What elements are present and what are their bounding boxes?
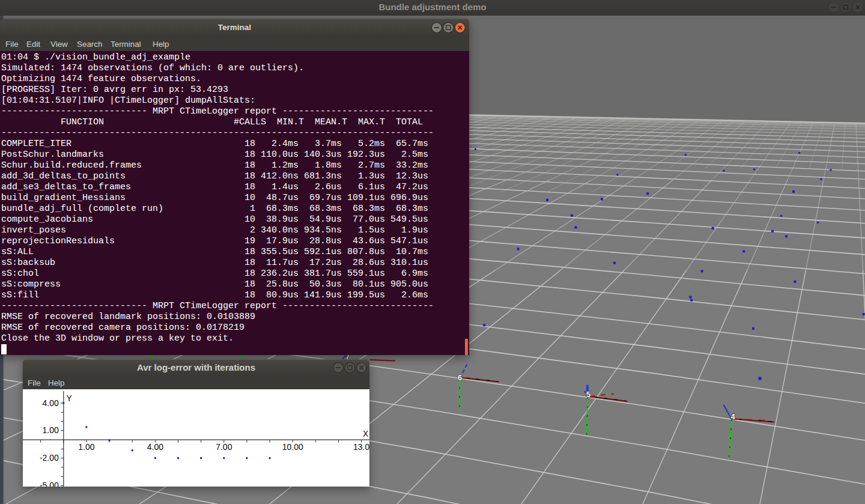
svg-text:Y: Y (67, 393, 73, 403)
svg-text:6: 6 (458, 373, 462, 382)
svg-text:4: 4 (731, 412, 736, 421)
svg-text:X: X (363, 429, 369, 439)
svg-text:5: 5 (586, 390, 590, 399)
svg-text:-2.00: -2.00 (40, 453, 59, 463)
svg-text:7.00: 7.00 (216, 442, 232, 452)
svg-text:10.00: 10.00 (282, 442, 303, 452)
svg-text:13.0: 13.0 (353, 442, 369, 452)
svg-text:1.00: 1.00 (43, 425, 59, 435)
svg-text:-5.00: -5.00 (40, 481, 59, 487)
svg-text:1.00: 1.00 (78, 442, 94, 452)
svg-text:4.00: 4.00 (43, 398, 59, 408)
svg-text:4.00: 4.00 (147, 442, 163, 452)
